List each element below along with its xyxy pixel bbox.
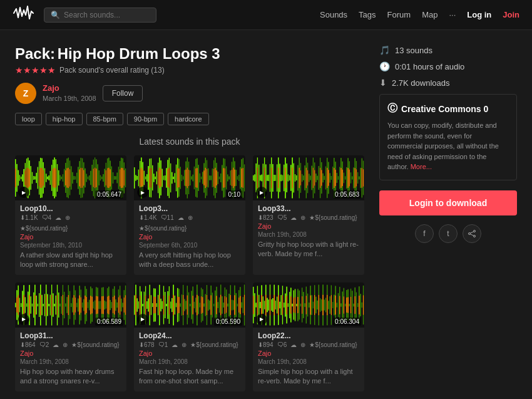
play-button[interactable]: ▶ (18, 187, 29, 198)
waveform-container: ▶0:10 (134, 155, 245, 200)
main-content: Pack: Hip Hop Drum Loops 3 ★★★★★ Pack so… (15, 45, 364, 399)
svg-line-4 (470, 234, 473, 235)
nav-forum[interactable]: Forum (387, 10, 411, 19)
page-title: Hip Hop Drum Loops 3 (58, 45, 220, 62)
waveform-container: ▶0:06.304 (253, 282, 364, 328)
sound-name: Loop33... (258, 204, 359, 213)
duration-badge: 0:05.647 (95, 190, 123, 199)
sound-name: Loop3... (139, 204, 240, 213)
sound-stats: ⬇823🗨5☁⊕★${sound.rating} (258, 214, 359, 221)
download-count: 2.7K downloads (392, 78, 450, 88)
cc-more-link[interactable]: More... (411, 163, 432, 170)
tag-item[interactable]: 90-bpm (127, 113, 164, 125)
sound-author[interactable]: Zajo (139, 350, 240, 357)
search-box[interactable]: 🔍 (44, 8, 156, 23)
sound-author[interactable]: Zajo (20, 350, 121, 357)
duration-badge: 0:05.590 (214, 318, 242, 326)
tag-item[interactable]: hip-hop (46, 113, 83, 125)
follow-button[interactable]: Follow (103, 85, 143, 101)
sound-card[interactable]: ▶0:05.647Loop10...⬇1.1K🗨4☁⊕★${sound.rati… (15, 155, 126, 275)
tag-item[interactable]: hardcore (168, 113, 208, 125)
twitter-button[interactable]: t (439, 224, 458, 243)
sound-date: March 19th, 2008 (258, 231, 359, 238)
waveform-container: ▶0:05.590 (134, 282, 245, 328)
download-count-icon: ⬇ (379, 78, 387, 88)
nav-more-dots[interactable]: ··· (449, 10, 456, 19)
cc-icon: Ⓒ (387, 102, 397, 115)
nav-map[interactable]: Map (422, 10, 437, 19)
cc-title: Ⓒ Creative Commons 0 (387, 102, 509, 115)
sound-card[interactable]: ▶0:06.304Loop22...⬇894🗨6☁⊕★${sound.ratin… (253, 282, 364, 391)
site-logo[interactable] (13, 4, 34, 26)
sound-author[interactable]: Zajo (258, 222, 359, 230)
sounds-count: 13 sounds (395, 46, 432, 55)
avatar: Z (15, 83, 36, 104)
rating-text: Pack sound's overall rating (13) (59, 66, 165, 75)
sound-date: March 19th, 2008 (20, 358, 121, 365)
sound-desc: Gritty hip hop loop with a light re-verb… (258, 240, 359, 259)
sound-stats: ⬇1.1K🗨4☁⊕★${sound.rating} (20, 214, 121, 232)
sound-card[interactable]: ▶0:05.590Loop24...⬇678🗨1☁⊕★${sound.ratin… (134, 282, 245, 391)
waveform-container: ▶0:05.647 (15, 155, 126, 200)
sound-stats: ⬇864🗨2☁⊕★${sound.rating} (20, 341, 121, 348)
stat-audio: 🕐 0:01 hours of audio (379, 61, 517, 71)
download-button[interactable]: Login to download (379, 190, 517, 215)
stat-downloads: ⬇ 2.7K downloads (379, 78, 517, 88)
play-button[interactable]: ▶ (256, 314, 267, 325)
sound-card[interactable]: ▶0:10Loop3...⬇1.4K🗨11☁⊕★${sound.rating}Z… (134, 155, 245, 275)
author-date: March 19th, 2008 (43, 94, 96, 103)
search-input[interactable] (64, 11, 151, 19)
sound-date: March 19th, 2008 (258, 358, 359, 365)
sound-date: March 19th, 2008 (139, 358, 240, 365)
section-title: Latest sounds in this pack (15, 137, 364, 147)
svg-point-2 (469, 232, 471, 234)
sound-card[interactable]: ▶0:06.589Loop31...⬇864🗨2☁⊕★${sound.ratin… (15, 282, 126, 391)
sound-date: September 18th, 2010 (20, 242, 121, 249)
pack-prefix: Pack: Hip Hop Drum Loops 3 (15, 45, 364, 63)
sounds-count-icon: 🎵 (379, 45, 390, 55)
sound-grid: ▶0:05.647Loop10...⬇1.1K🗨4☁⊕★${sound.rati… (15, 155, 364, 399)
sound-name: Loop24... (139, 331, 240, 340)
main-nav: Sounds Tags Forum Map ··· Log in Join (320, 10, 519, 19)
waveform-container: ▶0:06.589 (15, 282, 126, 328)
play-button[interactable]: ▶ (137, 187, 148, 198)
sound-desc: Simple hip hop loop with a light re-verb… (258, 367, 359, 386)
tags-row: loophip-hop85-bpm90-bpmhardcore (15, 113, 364, 125)
sound-desc: Fast hip hop loop. Made by me from one-s… (139, 367, 240, 386)
sound-author[interactable]: Zajo (258, 350, 359, 357)
cc-description: You can copy, modify, distribute and per… (387, 120, 509, 172)
svg-point-0 (474, 230, 476, 232)
search-icon: 🔍 (51, 11, 60, 19)
facebook-button[interactable]: f (415, 224, 434, 243)
svg-point-1 (474, 235, 476, 237)
sound-card[interactable]: ▶0:05.683Loop33...⬇823🗨5☁⊕★${sound.ratin… (253, 155, 364, 275)
nav-tags[interactable]: Tags (359, 10, 376, 19)
sound-date: September 6th, 2010 (139, 242, 240, 249)
play-button[interactable]: ▶ (137, 314, 148, 325)
tag-item[interactable]: loop (15, 113, 42, 125)
tag-item[interactable]: 85-bpm (86, 113, 123, 125)
play-button[interactable]: ▶ (256, 187, 267, 198)
sound-author[interactable]: Zajo (139, 233, 240, 241)
sound-author[interactable]: Zajo (20, 233, 121, 241)
rating-stars: ★★★★★ (15, 65, 56, 75)
share-button[interactable] (463, 224, 481, 243)
sound-name: Loop22... (258, 331, 359, 340)
sound-name: Loop31... (20, 331, 121, 340)
login-button[interactable]: Log in (467, 10, 491, 19)
play-button[interactable]: ▶ (18, 314, 29, 325)
sound-name: Loop10... (20, 204, 121, 213)
social-row: f t (379, 224, 517, 243)
nav-sounds[interactable]: Sounds (320, 10, 347, 19)
stat-sounds: 🎵 13 sounds (379, 45, 517, 55)
sound-desc: Hip hop loop with heavy drums and a stro… (20, 367, 121, 386)
sound-stats: ⬇1.4K🗨11☁⊕★${sound.rating} (139, 214, 240, 232)
author-name[interactable]: Zajo (43, 83, 96, 94)
sound-stats: ⬇894🗨6☁⊕★${sound.rating} (258, 341, 359, 348)
join-button[interactable]: Join (503, 10, 519, 19)
author-info: Zajo March 19th, 2008 (43, 83, 96, 104)
sound-desc: A rather slow and tight hip hop loop wit… (20, 251, 121, 270)
svg-line-3 (470, 231, 473, 232)
author-row: Z Zajo March 19th, 2008 Follow (15, 83, 364, 104)
audio-hours: 0:01 hours of audio (395, 62, 464, 71)
